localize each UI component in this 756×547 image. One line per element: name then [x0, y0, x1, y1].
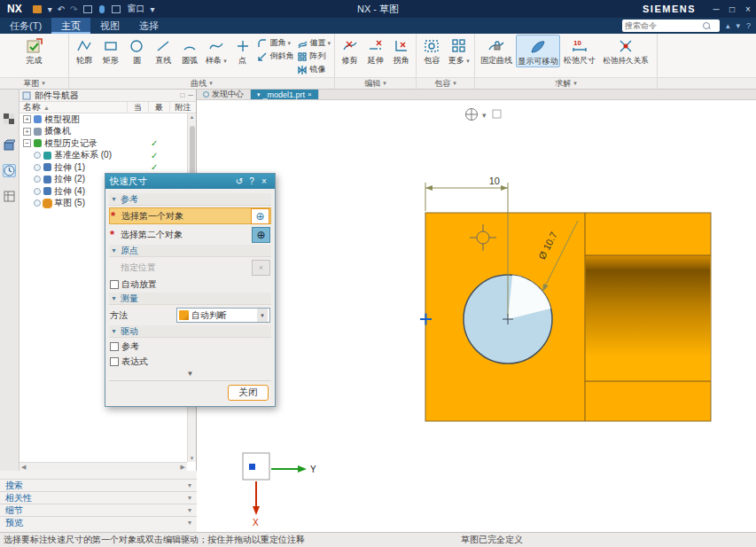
method-dropdown[interactable]: 自动判断 ▾: [176, 308, 270, 323]
panel-search[interactable]: 搜索 ▾: [0, 479, 197, 491]
scroll-right-icon[interactable]: ▶: [181, 464, 185, 471]
panel-preview[interactable]: 预览 ▾: [0, 516, 197, 528]
microphone-icon[interactable]: [99, 5, 105, 13]
arc-tool[interactable]: 圆弧: [176, 35, 203, 66]
expression-checkbox-row[interactable]: 表达式: [109, 355, 271, 368]
ribbon-options-icon[interactable]: ▾: [736, 21, 740, 30]
dialog-title-bar[interactable]: 快速尺寸 ↺ ? ×: [105, 174, 275, 189]
rapid-dimension-dialog[interactable]: 快速尺寸 ↺ ? × ▼ 参考 * 选择第一个对象 ⊕ * 选择第二个对象 ⊕ …: [105, 173, 276, 407]
profile-tool[interactable]: 轮廓: [71, 35, 97, 66]
tab-close-icon[interactable]: ×: [308, 90, 312, 98]
containment-tool[interactable]: 包容: [418, 35, 446, 66]
extend-tool[interactable]: 延伸: [362, 35, 388, 66]
chamfer-tool[interactable]: 倒斜角: [255, 50, 295, 63]
navigator-column-header[interactable]: 名称▲ 当 最 附注: [19, 102, 196, 113]
minimize-button[interactable]: ─: [708, 4, 724, 14]
select-second-object-button[interactable]: ⊕: [252, 227, 270, 243]
cylindrical-face[interactable]: [586, 255, 711, 381]
select-first-object-row[interactable]: * 选择第一个对象 ⊕: [109, 207, 271, 224]
tree-row-model-history[interactable]: − 模型历史记录 ✓: [19, 137, 187, 150]
feature-checkbox-icon[interactable]: [34, 164, 41, 171]
minimize-ribbon-icon[interactable]: ▴: [726, 21, 730, 30]
search-input[interactable]: [625, 21, 703, 30]
save-menu-chevron-icon[interactable]: ▾: [48, 4, 52, 14]
scroll-down-icon[interactable]: ▾: [191, 455, 194, 462]
finish-sketch-button[interactable]: 完成: [15, 35, 54, 66]
fix-curve-tool[interactable]: 固定曲线: [477, 35, 516, 66]
scroll-left-icon[interactable]: ◀: [21, 464, 26, 471]
relax-persistent-relations-tool[interactable]: 松弛持久关系: [599, 35, 652, 65]
window-layout-icon[interactable]: [112, 5, 121, 13]
reference-checkbox[interactable]: [110, 342, 119, 351]
undo-icon[interactable]: ↶: [58, 4, 65, 14]
dropdown-chevron-icon[interactable]: ▾: [257, 309, 268, 322]
navigator-close-icon[interactable]: ─: [188, 91, 193, 99]
group-label-containment[interactable]: 包容▾: [417, 78, 475, 89]
feature-checkbox-icon[interactable]: [34, 188, 41, 195]
redo-icon[interactable]: ↷: [70, 4, 77, 14]
close-button[interactable]: ×: [740, 4, 756, 14]
relax-dimension-tool[interactable]: 10 松弛尺寸: [560, 35, 599, 66]
feature-checkbox-icon[interactable]: [34, 176, 41, 183]
scrollbar-thumb[interactable]: [190, 126, 195, 179]
fillet-tool[interactable]: 圆角▾: [255, 36, 295, 50]
reuse-library-icon[interactable]: [3, 190, 16, 203]
tree-row-model-views[interactable]: + 模型视图: [19, 113, 187, 126]
select-second-object-row[interactable]: * 选择第二个对象 ⊕: [109, 226, 271, 243]
feature-checkbox-icon[interactable]: [34, 152, 41, 159]
tree-row-cameras[interactable]: + 摄像机: [19, 126, 187, 138]
navigator-pin-icon[interactable]: □: [180, 91, 184, 99]
offset-tool[interactable]: 偏置▾: [295, 36, 332, 50]
print-icon[interactable]: [83, 5, 92, 13]
tab-view[interactable]: 视图: [90, 18, 129, 34]
select-first-object-button[interactable]: ⊕: [251, 208, 269, 224]
circle-tool[interactable]: 圆: [124, 35, 151, 66]
trim-tool[interactable]: 修剪: [337, 35, 362, 66]
tab-discovery-center[interactable]: 发现中心: [197, 90, 251, 99]
part-navigator-icon[interactable]: [3, 164, 16, 177]
command-search-box[interactable]: [622, 20, 720, 32]
expand-icon[interactable]: +: [23, 115, 31, 123]
constraint-navigator-icon[interactable]: [3, 138, 16, 152]
more-tool[interactable]: 更多 ▾: [446, 35, 473, 66]
dialog-expand-more-icon[interactable]: ▼: [109, 370, 271, 380]
expression-checkbox[interactable]: [110, 357, 119, 366]
expand-icon[interactable]: +: [23, 128, 31, 136]
maximize-button[interactable]: □: [724, 4, 740, 14]
panel-details[interactable]: 细节 ▾: [0, 504, 197, 516]
column-latest[interactable]: 最: [148, 102, 169, 113]
group-label-edit[interactable]: 编辑▾: [335, 78, 417, 89]
section-reference[interactable]: ▼ 参考: [109, 193, 271, 206]
dialog-reset-icon[interactable]: ↺: [233, 176, 246, 186]
line-tool[interactable]: 直线: [150, 35, 176, 66]
reference-checkbox-row[interactable]: 参考: [109, 340, 271, 353]
ribbon-help-icon[interactable]: ?: [746, 21, 751, 30]
group-label-curve[interactable]: 曲线▾: [69, 78, 335, 89]
graphics-window[interactable]: 发现中心 ▾ _model1.prt × ▾: [197, 90, 756, 532]
tab-menu-chevron-icon[interactable]: ▾: [257, 91, 261, 98]
chevron-down-icon[interactable]: ▾: [188, 519, 191, 527]
tree-row-datum-csys[interactable]: 基准坐标系 (0) ✓: [19, 150, 187, 162]
chevron-down-icon[interactable]: ▾: [188, 506, 191, 514]
pattern-tool[interactable]: 阵列: [295, 50, 332, 63]
collapse-icon[interactable]: −: [23, 139, 31, 147]
column-comment[interactable]: 附注: [169, 102, 196, 113]
mirror-tool[interactable]: 镜像: [295, 63, 332, 76]
spline-tool[interactable]: 样条 ▾: [203, 35, 230, 66]
tab-home[interactable]: 主页: [51, 18, 90, 34]
window-menu-chevron-icon[interactable]: ▾: [150, 4, 154, 14]
point-tool[interactable]: 点: [230, 35, 256, 66]
sketch-viewport[interactable]: ▾ 10 Ø 1: [197, 100, 756, 532]
dialog-close-button[interactable]: 关闭: [228, 385, 269, 401]
rectangle-tool[interactable]: 矩形: [97, 35, 124, 66]
panel-dependencies[interactable]: 相关性 ▾: [0, 491, 197, 504]
show-movable-tool[interactable]: 显示可移动: [516, 35, 560, 67]
column-current[interactable]: 当: [127, 102, 148, 113]
csys-origin-dot[interactable]: [249, 464, 255, 470]
section-origin[interactable]: ▼ 原点: [109, 245, 271, 257]
chevron-down-icon[interactable]: ▾: [188, 494, 191, 502]
section-drive[interactable]: ▼ 驱动: [109, 325, 271, 338]
auto-place-row[interactable]: 自动放置: [109, 277, 271, 291]
dialog-help-icon[interactable]: ?: [246, 176, 258, 186]
group-label-solve[interactable]: 求解▾: [475, 78, 658, 89]
